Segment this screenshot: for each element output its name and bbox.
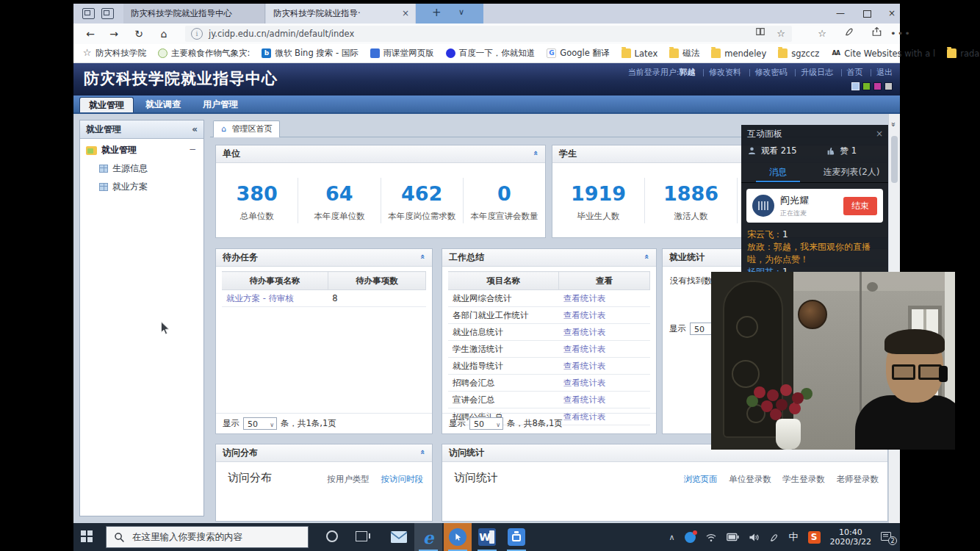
scrollbar-thumb[interactable] xyxy=(891,136,898,183)
url-text: jy.cidp.edu.cn/admin/default/index xyxy=(209,26,354,42)
home-link[interactable]: 首页 xyxy=(847,68,863,77)
view-stats-link[interactable]: 查看统计表 xyxy=(563,310,606,320)
taskbar-pointer-app-icon[interactable] xyxy=(444,523,472,551)
bookmark-item[interactable]: ☆防灾科技学院 xyxy=(82,48,146,59)
url-field[interactable]: i jy.cidp.edu.cn/admin/default/index ☆ xyxy=(185,26,792,42)
reading-view-icon[interactable] xyxy=(752,26,768,41)
add-favorite-star-icon[interactable]: ☆ xyxy=(773,26,789,41)
refresh-icon[interactable]: ↻ xyxy=(131,26,147,41)
pen-icon[interactable] xyxy=(769,532,779,542)
taskbar-clock[interactable]: 10:40 2020/3/22 xyxy=(830,527,871,547)
speaker-icon[interactable] xyxy=(749,533,760,542)
start-button[interactable] xyxy=(81,530,93,543)
tab-messages[interactable]: 消息 xyxy=(741,163,815,182)
ime-indicator[interactable]: 中 xyxy=(789,530,799,544)
page-size-select[interactable]: 50∨ xyxy=(469,417,503,430)
view-stats-link[interactable]: 查看统计表 xyxy=(563,395,606,405)
tab-admin-home[interactable]: ⌂ 管理区首页 xyxy=(213,120,280,137)
collapse-panel-icon[interactable]: « xyxy=(532,151,540,156)
back-icon[interactable]: ← xyxy=(82,26,98,41)
filter-student-logins[interactable]: 学生登录数 xyxy=(782,474,825,484)
site-info-icon[interactable]: i xyxy=(191,28,203,40)
collapse-sidebar-icon[interactable]: « xyxy=(192,120,198,138)
tab-mic-list[interactable]: 连麦列表(2人) xyxy=(815,163,888,182)
tab-close-icon[interactable]: × xyxy=(402,4,409,24)
bookmark-item[interactable]: 雨课堂网页版 xyxy=(370,48,434,59)
change-password-link[interactable]: 修改密码 xyxy=(755,68,788,77)
bookmark-item[interactable]: AACite Websites with a l xyxy=(831,48,935,59)
bookmark-folder[interactable]: sgzccz xyxy=(778,48,819,59)
view-stats-link[interactable]: 查看统计表 xyxy=(563,378,606,388)
bookmark-item[interactable]: 主要粮食作物气象灾: xyxy=(158,48,250,59)
filter-teacher-logins[interactable]: 老师登录数 xyxy=(837,474,879,484)
window-minimize-button[interactable]: — xyxy=(829,4,852,24)
favorites-hub-icon[interactable]: ☆ xyxy=(814,26,830,41)
cortana-icon[interactable] xyxy=(326,530,338,542)
view-stats-link[interactable]: 查看统计表 xyxy=(563,344,606,354)
tree-collapse-minus-icon[interactable]: − xyxy=(189,144,196,154)
filter-by-user-type[interactable]: 按用户类型 xyxy=(327,474,370,484)
window-restore-button[interactable] xyxy=(855,4,879,24)
browser-tab-active[interactable]: 防灾科技学院就业指导· × xyxy=(266,4,415,24)
nav-tab-employment-survey[interactable]: 就业调查 xyxy=(137,97,190,112)
bookmark-folder[interactable]: radar xyxy=(947,48,980,59)
edit-profile-link[interactable]: 修改资料 xyxy=(709,68,741,77)
tree-root-employment[interactable]: 就业管理 − xyxy=(80,139,203,159)
new-tab-button[interactable]: + xyxy=(432,6,442,19)
taskbar-camera-app-icon[interactable] xyxy=(502,523,530,551)
bookmark-item[interactable]: GGoogle 翻译 xyxy=(547,48,609,59)
bookmark-folder[interactable]: mendeley xyxy=(711,48,766,59)
filter-unit-logins[interactable]: 单位登录数 xyxy=(729,474,771,484)
tab-list-chevron-icon[interactable]: ∨ xyxy=(458,7,464,17)
bookmark-folder[interactable]: 磁法 xyxy=(669,48,699,59)
view-stats-link[interactable]: 查看统计表 xyxy=(563,361,606,371)
battery-icon[interactable] xyxy=(727,533,739,541)
bookmark-item[interactable]: b微软 Bing 搜索 - 国际 xyxy=(262,48,358,59)
bookmarks-bar: ☆防灾科技学院 主要粮食作物气象灾: b微软 Bing 搜索 - 国际 雨课堂网… xyxy=(73,44,900,63)
todo-item-link[interactable]: 就业方案 - 待审核 xyxy=(226,293,294,303)
taskbar-search-input[interactable]: 在这里输入你要搜索的内容 xyxy=(106,526,309,548)
logout-link[interactable]: 退出 xyxy=(876,68,893,77)
filter-page-views[interactable]: 浏览页面 xyxy=(684,474,718,484)
task-view-icon[interactable] xyxy=(356,531,367,541)
tray-chevron-up-icon[interactable]: ∧ xyxy=(669,533,675,542)
view-stats-link[interactable]: 查看统计表 xyxy=(563,327,606,337)
taskbar-edge-icon[interactable]: e xyxy=(414,523,442,551)
more-options-icon[interactable]: ••• xyxy=(890,26,907,41)
nav-tab-employment-management[interactable]: 就业管理 xyxy=(79,97,134,112)
page-size-select[interactable]: 50∨ xyxy=(243,417,277,430)
sogou-input-icon[interactable]: S xyxy=(808,531,821,544)
show-aside-tabs-icon[interactable] xyxy=(101,8,114,19)
nav-tab-user-management[interactable]: 用户管理 xyxy=(194,97,247,112)
bookmark-folder[interactable]: Latex xyxy=(621,48,658,59)
theme-swatch-gray[interactable] xyxy=(884,82,893,90)
filter-by-time-period[interactable]: 按访问时段 xyxy=(381,474,424,484)
upgrade-log-link[interactable]: 升级日志 xyxy=(801,68,833,77)
set-aside-tabs-icon[interactable] xyxy=(82,8,95,19)
bookmark-item[interactable]: 百度一下，你就知道 xyxy=(446,48,536,59)
home-icon[interactable]: ⌂ xyxy=(156,26,172,41)
tray-app-icon[interactable] xyxy=(685,532,696,543)
sidebar-item-employment-plan[interactable]: 就业方案 xyxy=(80,178,203,196)
share-icon[interactable] xyxy=(868,26,884,41)
collapse-panel-icon[interactable]: « xyxy=(643,254,651,259)
theme-swatch-blue[interactable] xyxy=(851,82,860,90)
theme-swatch-magenta[interactable] xyxy=(873,82,882,90)
sidebar-item-source-info[interactable]: 生源信息 xyxy=(80,159,203,178)
theme-swatch-green[interactable] xyxy=(862,82,871,90)
close-icon[interactable]: × xyxy=(876,125,883,143)
taskbar-word-icon[interactable]: W xyxy=(473,523,501,551)
end-mic-button[interactable]: 结束 xyxy=(843,197,877,215)
window-close-button[interactable]: × xyxy=(880,4,904,24)
taskbar-mail-icon[interactable] xyxy=(385,523,413,551)
double-chevron-down-icon[interactable]: « xyxy=(888,122,898,127)
browser-tab[interactable]: 防灾科技学院就业指导中心 xyxy=(123,4,265,24)
forward-icon[interactable]: → xyxy=(106,26,122,41)
webcam-video-overlay[interactable] xyxy=(711,272,955,450)
notification-center-icon[interactable]: 2 xyxy=(881,531,894,543)
annotate-pen-icon[interactable] xyxy=(842,26,858,41)
wifi-icon[interactable] xyxy=(705,533,717,542)
collapse-panel-icon[interactable]: « xyxy=(419,450,427,455)
collapse-panel-icon[interactable]: « xyxy=(419,254,427,259)
view-stats-link[interactable]: 查看统计表 xyxy=(563,293,606,303)
